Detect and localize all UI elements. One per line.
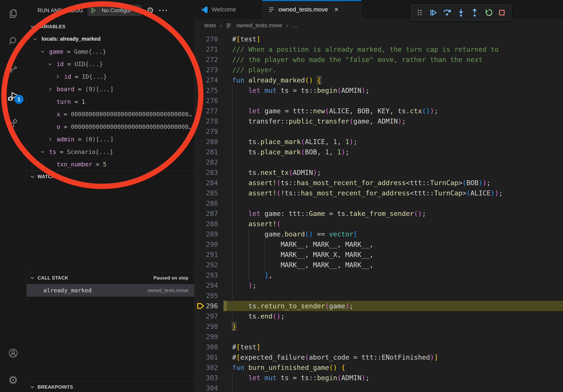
continue-icon[interactable] bbox=[428, 8, 437, 17]
line-number[interactable]: 302 bbox=[194, 362, 218, 373]
line-number[interactable]: 304 bbox=[194, 383, 218, 392]
line-number[interactable]: 276 bbox=[194, 95, 218, 106]
debug-config-dropdown[interactable]: No Configur bbox=[88, 5, 141, 16]
start-debug-icon[interactable] bbox=[90, 7, 97, 14]
tab-owned-tests-move[interactable]: owned_tests.move × bbox=[262, 0, 361, 19]
drag-handle-icon[interactable] bbox=[416, 8, 424, 17]
line-number[interactable]: 286 bbox=[194, 198, 218, 209]
code-line-295[interactable]: 295 bbox=[194, 290, 563, 301]
breadcrumb-item-tests[interactable]: tests bbox=[204, 22, 216, 29]
settings-gear-icon[interactable]: ⚙ bbox=[0, 370, 26, 390]
variable-row[interactable]: id = ID{...} bbox=[27, 70, 194, 83]
code-line-293[interactable]: 293 ], bbox=[194, 270, 563, 280]
variable-row[interactable]: id = UID{...} bbox=[27, 58, 194, 70]
variable-row[interactable]: turn = 1 bbox=[27, 95, 194, 108]
code-line-301[interactable]: 301#[expected_failure(abort_code = ttt::… bbox=[194, 352, 563, 362]
expand-toggle[interactable] bbox=[40, 149, 49, 154]
expand-toggle[interactable] bbox=[33, 37, 42, 42]
code-line-275[interactable]: 275 let mut ts = ts::begin(ADMIN); bbox=[194, 85, 563, 95]
step-out-icon[interactable] bbox=[470, 8, 479, 17]
explorer-icon[interactable] bbox=[0, 4, 26, 24]
line-number[interactable]: 292 bbox=[194, 260, 218, 270]
code-line-294[interactable]: 294 ); bbox=[194, 280, 563, 290]
code-line-277[interactable]: 277 let game = ttt::new(ALICE, BOB, KEY,… bbox=[194, 106, 563, 116]
line-number[interactable]: 281 bbox=[194, 147, 218, 157]
code-line-291[interactable]: 291 MARK__, MARK_X, MARK__, bbox=[194, 249, 563, 260]
variable-row[interactable]: txn_number = 5 bbox=[27, 158, 194, 171]
line-number[interactable]: 270 bbox=[194, 34, 218, 44]
account-icon[interactable] bbox=[0, 343, 26, 363]
line-number[interactable]: 294 bbox=[194, 280, 218, 290]
code-line-290[interactable]: 290 MARK__, MARK__, MARK__, bbox=[194, 239, 563, 249]
watch-section-header[interactable]: WATCH bbox=[27, 170, 194, 183]
line-number[interactable]: 280 bbox=[194, 137, 218, 147]
line-number[interactable]: 282 bbox=[194, 157, 218, 167]
line-number[interactable]: 271 bbox=[194, 44, 218, 54]
line-number[interactable]: 290 bbox=[194, 239, 218, 249]
code-line-270[interactable]: 270#[test] bbox=[194, 34, 563, 44]
restart-icon[interactable] bbox=[484, 8, 493, 17]
code-line-278[interactable]: 278 transfer::public_transfer(game, ADMI… bbox=[194, 116, 563, 126]
line-number[interactable]: 285 bbox=[194, 188, 218, 198]
line-number[interactable]: 293 bbox=[194, 270, 218, 280]
line-number[interactable]: 273 bbox=[194, 65, 218, 75]
line-number[interactable]: 295 bbox=[194, 290, 218, 301]
run-and-debug-icon[interactable]: 1 bbox=[0, 86, 26, 106]
code-line-276[interactable]: 276 bbox=[194, 95, 563, 106]
code-line-303[interactable]: 303 let mut ts = ts::begin(ADMIN); bbox=[194, 373, 563, 383]
code-line-302[interactable]: 302fun burn_unfinished_game() { bbox=[194, 362, 563, 373]
line-number[interactable]: 274 bbox=[194, 75, 218, 85]
close-tab-icon[interactable]: × bbox=[334, 6, 338, 13]
code-line-300[interactable]: 300#[test] bbox=[194, 342, 563, 352]
line-number[interactable]: 283 bbox=[194, 167, 218, 178]
stop-icon[interactable] bbox=[498, 8, 506, 17]
line-number[interactable]: 284 bbox=[194, 178, 218, 188]
expand-toggle[interactable] bbox=[48, 137, 57, 142]
breakpoints-section-header[interactable]: BREAKPOINTS bbox=[27, 381, 194, 392]
code-line-304[interactable]: 304 bbox=[194, 383, 563, 392]
line-number[interactable]: 289 bbox=[194, 229, 218, 239]
line-number[interactable]: 291 bbox=[194, 249, 218, 260]
variable-row[interactable]: o = 000000000000000000000000000000000000… bbox=[27, 121, 194, 133]
variable-row[interactable]: ts = Scenario{...} bbox=[27, 146, 194, 158]
code-line-285[interactable]: 285 assert!(!ts::has_most_recent_for_add… bbox=[194, 188, 563, 198]
source-control-icon[interactable] bbox=[0, 58, 26, 78]
code-line-281[interactable]: 281 ts.place_mark(BOB, 1, 1); bbox=[194, 147, 563, 157]
variable-row[interactable]: game = Game{...} bbox=[27, 45, 194, 58]
variable-row[interactable]: board = (9)[...] bbox=[27, 83, 194, 95]
code-line-298[interactable]: 298} bbox=[194, 321, 563, 332]
call-stack-frame[interactable]: already_marked owned_tests.move bbox=[27, 284, 194, 297]
line-number[interactable]: 298 bbox=[194, 321, 218, 332]
variables-scope-row[interactable]: locals: already_marked bbox=[27, 33, 194, 45]
line-number[interactable]: 288 bbox=[194, 219, 218, 229]
code-line-271[interactable]: 271/// When a position is already marked… bbox=[194, 44, 563, 54]
extensions-icon[interactable] bbox=[0, 114, 26, 133]
line-number[interactable]: 296 bbox=[194, 301, 218, 311]
code-line-280[interactable]: 280 ts.place_mark(ALICE, 1, 1); bbox=[194, 137, 563, 147]
line-number[interactable]: 303 bbox=[194, 373, 218, 383]
code-line-279[interactable]: 279 bbox=[194, 126, 563, 137]
line-number[interactable]: 275 bbox=[194, 85, 218, 95]
debug-settings-gear-icon[interactable]: ⚙ bbox=[147, 6, 154, 15]
code-line-284[interactable]: 284 assert!(ts::has_most_recent_for_addr… bbox=[194, 178, 563, 188]
code-line-287[interactable]: 287 let game: ttt::Game = ts.take_from_s… bbox=[194, 209, 563, 219]
code-line-296[interactable]: 296 ts.return_to_sender(game); bbox=[194, 301, 563, 311]
breadcrumb-item-file[interactable]: owned_tests.move bbox=[236, 22, 282, 29]
step-into-icon[interactable] bbox=[457, 8, 466, 17]
code-editor[interactable]: 270#[test]271/// When a position is alre… bbox=[194, 32, 563, 392]
expand-toggle[interactable] bbox=[48, 62, 57, 67]
variable-row[interactable]: admin = (0)[...] bbox=[27, 133, 194, 146]
search-icon[interactable] bbox=[0, 31, 26, 51]
line-number[interactable]: 297 bbox=[194, 311, 218, 321]
code-line-289[interactable]: 289 game.board() == vector[ bbox=[194, 229, 563, 239]
breadcrumb-item-symbol[interactable]: … bbox=[292, 22, 298, 29]
call-stack-section-header[interactable]: CALL STACK Paused on step bbox=[27, 272, 194, 284]
more-actions-icon[interactable]: ··· bbox=[159, 7, 168, 14]
variables-section-header[interactable]: VARIABLES bbox=[27, 21, 194, 33]
line-number[interactable]: 300 bbox=[194, 342, 218, 352]
code-line-292[interactable]: 292 MARK__, MARK__, MARK__, bbox=[194, 260, 563, 270]
code-line-282[interactable]: 282 bbox=[194, 157, 563, 167]
line-number[interactable]: 278 bbox=[194, 116, 218, 126]
code-line-283[interactable]: 283 ts.next_tx(ADMIN); bbox=[194, 167, 563, 178]
code-line-297[interactable]: 297 ts.end(); bbox=[194, 311, 563, 321]
